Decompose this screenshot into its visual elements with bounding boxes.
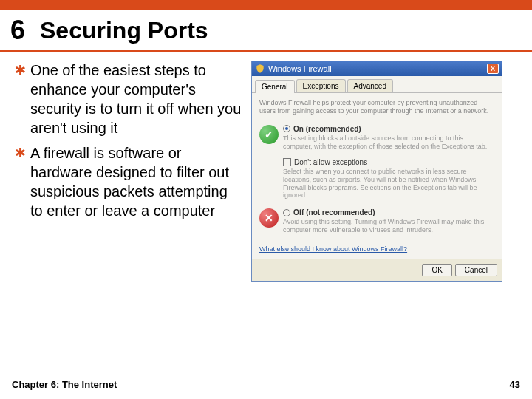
bullet-item: ✱ A firewall is software or hardware des…	[15, 143, 244, 220]
footer-chapter-label: Chapter 6: The Internet	[12, 379, 117, 390]
top-accent-bar	[0, 0, 532, 10]
general-panel: Windows Firewall helps protect your comp…	[252, 93, 502, 259]
slide-content: ✱ One of the easiest steps to enhance yo…	[0, 52, 532, 282]
exceptions-checkbox-row: Don't allow exceptions	[283, 158, 494, 166]
shield-x-icon: ✕	[259, 208, 279, 228]
bullet-text: A firewall is software or hardware desig…	[30, 143, 244, 220]
dialog-title-text: Windows Firewall	[268, 64, 332, 73]
help-link[interactable]: What else should I know about Windows Fi…	[259, 245, 407, 253]
ok-button[interactable]: OK	[422, 264, 451, 276]
close-button[interactable]: X	[487, 64, 499, 74]
checkbox-label: Don't allow exceptions	[294, 158, 367, 166]
radio-on[interactable]	[283, 125, 290, 132]
bullet-star-icon: ✱	[15, 62, 26, 137]
checkbox-desc: Select this when you connect to public n…	[283, 168, 494, 200]
shield-icon	[255, 64, 265, 74]
radio-off[interactable]	[283, 209, 290, 216]
tab-strip: General Exceptions Advanced	[252, 76, 502, 93]
option-on: ✓ On (recommended) This setting blocks a…	[259, 122, 494, 154]
slide-footer: Chapter 6: The Internet 43	[0, 379, 532, 390]
tab-exceptions[interactable]: Exceptions	[296, 79, 346, 92]
tab-general[interactable]: General	[255, 80, 295, 93]
shield-check-icon: ✓	[259, 125, 279, 144]
firewall-dialog: Windows Firewall X General Exceptions Ad…	[251, 61, 502, 282]
option-off: ✕ Off (not recommended) Avoid using this…	[259, 205, 494, 238]
option-on-desc: This setting blocks all outside sources …	[283, 134, 494, 151]
dialog-titlebar: Windows Firewall X	[252, 61, 502, 76]
bullet-star-icon: ✱	[15, 145, 26, 220]
checkbox-dont-allow[interactable]	[283, 158, 291, 166]
cancel-button[interactable]: Cancel	[455, 264, 497, 276]
firewall-screenshot: Windows Firewall X General Exceptions Ad…	[251, 61, 510, 282]
bullet-text: One of the easiest steps to enhance your…	[30, 61, 244, 137]
option-off-desc: Avoid using this setting. Turning off Wi…	[283, 218, 494, 235]
panel-intro-text: Windows Firewall helps protect your comp…	[259, 99, 494, 116]
option-off-label: Off (not recommended)	[293, 208, 375, 216]
dialog-button-row: OK Cancel	[252, 259, 502, 281]
bullet-item: ✱ One of the easiest steps to enhance yo…	[15, 61, 244, 137]
option-on-label: On (recommended)	[293, 125, 361, 133]
tab-advanced[interactable]: Advanced	[347, 79, 393, 92]
chapter-number: 6	[0, 10, 35, 51]
slide-header: 6 Securing Ports	[0, 10, 532, 52]
bullet-list: ✱ One of the easiest steps to enhance yo…	[0, 61, 251, 282]
slide-title: Securing Ports	[40, 17, 208, 44]
slide-number: 43	[510, 379, 520, 390]
